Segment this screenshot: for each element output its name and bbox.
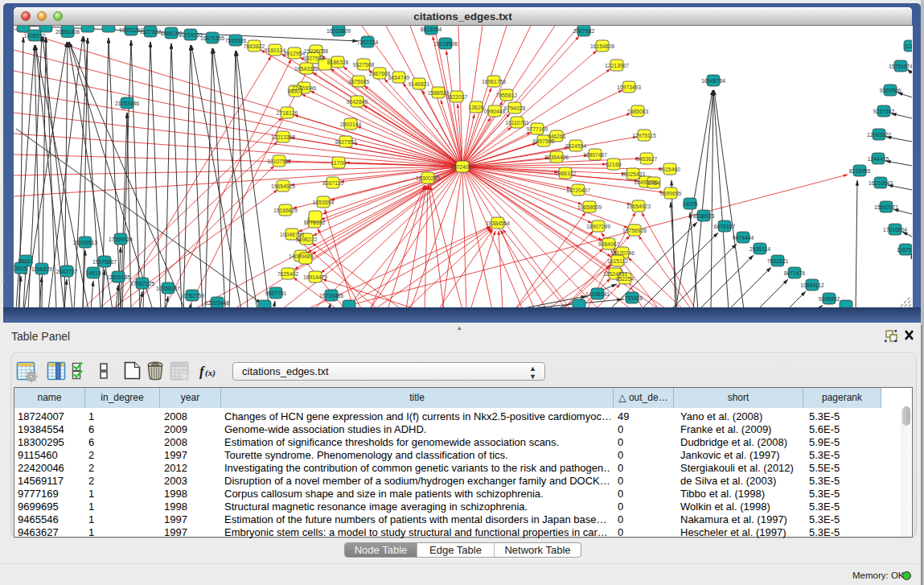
svg-text:1527602: 1527602 (140, 29, 162, 35)
svg-text:18300295: 18300295 (416, 175, 440, 181)
svg-text:17016504: 17016504 (883, 227, 907, 233)
svg-text:12505185: 12505185 (106, 274, 130, 280)
svg-text:2042737: 2042737 (56, 269, 78, 274)
svg-text:2803144: 2803144 (340, 122, 362, 127)
svg-text:10958107: 10958107 (156, 286, 180, 291)
svg-text:6794028: 6794028 (504, 105, 526, 111)
svg-text:8267110: 8267110 (322, 180, 343, 186)
svg-text:8878332: 8878332 (304, 220, 326, 225)
svg-text:8471676: 8471676 (784, 270, 806, 276)
svg-text:20206513: 20206513 (73, 240, 97, 245)
svg-text:9146821: 9146821 (409, 81, 430, 87)
svg-text:16154808: 16154808 (590, 43, 614, 49)
svg-text:14196141: 14196141 (585, 291, 610, 297)
svg-text:3915: 3915 (14, 266, 27, 271)
svg-text:10654112: 10654112 (800, 282, 824, 288)
svg-text:7357224: 7357224 (357, 39, 379, 45)
svg-text:8813054: 8813054 (421, 27, 442, 32)
svg-text:9327508: 9327508 (303, 56, 325, 61)
svg-text:9227342: 9227342 (873, 109, 895, 114)
svg-text:9115460: 9115460 (659, 167, 680, 172)
svg-text:18907249: 18907249 (586, 224, 610, 229)
svg-text:10658609: 10658609 (577, 204, 602, 210)
svg-text:6497568: 6497568 (533, 138, 555, 144)
svg-text:1117: 1117 (905, 43, 912, 49)
svg-text:62160: 62160 (606, 162, 622, 167)
svg-text:17359924: 17359924 (109, 237, 133, 242)
svg-text:2935114: 2935114 (749, 246, 770, 252)
svg-text:8822037: 8822037 (446, 94, 468, 100)
svg-text:18724007: 18724007 (450, 164, 474, 170)
svg-text:19654923: 19654923 (626, 204, 651, 209)
svg-text:9777169: 9777169 (527, 126, 548, 132)
svg-text:8427552: 8427552 (335, 139, 357, 145)
svg-text:1353594: 1353594 (313, 200, 335, 205)
svg-text:8160124: 8160124 (265, 47, 286, 53)
svg-text:16110781: 16110781 (505, 120, 529, 126)
svg-text:19654925: 19654925 (271, 183, 295, 189)
svg-text:7625402: 7625402 (277, 271, 299, 277)
svg-text:9084067: 9084067 (598, 241, 620, 247)
svg-text:7515526: 7515526 (225, 38, 247, 43)
svg-text:21053346: 21053346 (115, 101, 139, 106)
svg-text:12213967: 12213967 (605, 63, 629, 68)
svg-text:9242848: 9242848 (347, 99, 368, 105)
svg-text:9463627: 9463627 (636, 156, 658, 162)
svg-text:16782759: 16782759 (180, 293, 204, 299)
svg-text:16961758: 16961758 (482, 79, 506, 84)
svg-text:15226058: 15226058 (304, 48, 328, 54)
svg-text:8454749: 8454749 (388, 75, 410, 80)
svg-text:8912954: 8912954 (284, 51, 306, 56)
svg-text:1615112: 1615112 (607, 258, 628, 264)
svg-text:16210643: 16210643 (869, 180, 893, 186)
svg-text:14099489: 14099489 (289, 253, 313, 259)
svg-text:14095: 14095 (683, 201, 698, 207)
svg-text:19166829: 19166829 (273, 208, 298, 213)
svg-text:252254: 252254 (616, 276, 634, 282)
svg-text:3824554: 3824554 (565, 143, 587, 149)
svg-text:2087682: 2087682 (573, 28, 595, 34)
svg-text:19756928: 19756928 (622, 228, 647, 233)
svg-text:12975115: 12975115 (632, 133, 656, 138)
svg-text:1405572: 1405572 (24, 33, 46, 39)
svg-text:19975867: 19975867 (92, 259, 117, 265)
svg-text:16914479: 16914479 (303, 274, 327, 280)
svg-text:13626: 13626 (469, 105, 484, 110)
svg-text:9699695: 9699695 (660, 191, 682, 196)
svg-text:10973493: 10973493 (617, 84, 641, 90)
svg-text:(x): (x) (205, 368, 216, 378)
svg-text:6479197: 6479197 (714, 224, 736, 229)
svg-text:16648784: 16648784 (701, 78, 725, 84)
svg-text:5498222: 5498222 (296, 237, 318, 242)
svg-text:16033809: 16033809 (326, 28, 351, 34)
svg-text:8186328: 8186328 (327, 60, 349, 65)
svg-text:15751074: 15751074 (889, 64, 912, 69)
svg-text:7955812: 7955812 (496, 93, 518, 98)
svg-text:20691406: 20691406 (55, 29, 80, 35)
svg-text:19384554: 19384554 (486, 220, 510, 226)
svg-text:1244415: 1244415 (868, 156, 889, 162)
svg-text:15716485: 15716485 (319, 293, 343, 299)
svg-text:116753: 116753 (897, 247, 912, 253)
svg-text:7632621: 7632621 (767, 258, 789, 264)
svg-text:9327508: 9327508 (353, 62, 375, 68)
svg-text:10807487: 10807487 (583, 152, 607, 158)
svg-text:10719155: 10719155 (179, 32, 203, 38)
svg-text:9474444: 9474444 (733, 235, 754, 241)
svg-text:1156829: 1156829 (31, 266, 52, 272)
svg-text:8938923: 8938923 (693, 213, 715, 219)
svg-text:19218506: 19218506 (433, 41, 458, 47)
svg-text:8464: 8464 (647, 180, 659, 186)
svg-text:2367608: 2367608 (369, 71, 391, 76)
svg-text:12213369: 12213369 (271, 134, 295, 140)
svg-text:7485063: 7485063 (627, 109, 649, 114)
svg-text:0990448: 0990448 (484, 109, 506, 114)
svg-text:7986322: 7986322 (555, 171, 577, 176)
svg-text:7663822: 7663822 (244, 43, 265, 49)
svg-text:20364436: 20364436 (544, 154, 569, 160)
svg-text:9657791: 9657791 (265, 290, 287, 296)
svg-text:2718126: 2718126 (277, 110, 298, 116)
svg-text:85061: 85061 (18, 258, 34, 264)
svg-text:10025433: 10025433 (621, 171, 645, 177)
svg-text:14519: 14519 (86, 270, 101, 276)
